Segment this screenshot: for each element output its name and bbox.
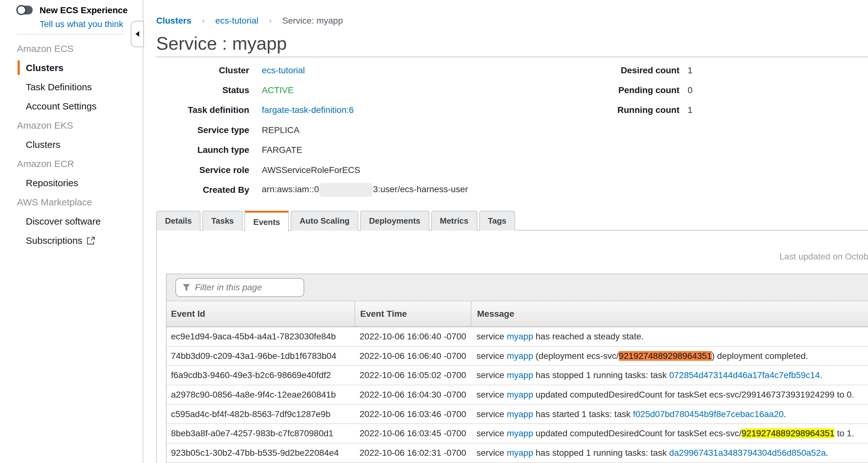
event-message-cell: service myapp has stopped 1 running task… [471,370,868,380]
sidebar-collapse-button[interactable] [131,21,144,47]
tab-deployments[interactable]: Deployments [360,211,429,231]
sidebar-item-account-settings[interactable]: Account Settings [0,96,143,116]
breadcrumb-item[interactable]: Clusters [156,16,191,26]
detail-row: StatusACTIVE [156,80,468,100]
detail-value[interactable]: ecs-tutorial [262,65,305,76]
table-row: 8beb3a8f-a0e7-4257-983b-c7fc870980d12022… [166,424,868,443]
events-table-body: ec9e1d94-9aca-45b4-a4a1-7823030fe84b2022… [166,327,868,463]
tab-label: Tasks [211,216,234,226]
external-link-icon [87,236,95,245]
detail-value[interactable]: fargate-task-definition:6 [262,105,354,115]
count-row: Pending count0 [591,80,693,100]
message-text: . [820,370,823,380]
inline-link[interactable]: 072854d473144d46a17fa4c7efb59c14 [669,370,820,380]
inline-link[interactable]: myapp [506,390,533,400]
event-id-cell: a2978c90-0856-4a8e-9f4c-12eae260841b [166,390,354,400]
inline-link[interactable]: myapp [506,409,533,419]
filter-band: Filter in this page [166,274,868,301]
inline-link[interactable]: da29967431a3483794304d56d850a52a [669,448,826,458]
message-text: service [476,351,506,361]
breadcrumb-item: Service: myapp [282,16,343,26]
detail-label: Cluster [156,65,249,76]
event-id-cell: c595ad4c-bf4f-482b-8563-7df9c1287e9b [166,409,354,419]
count-value: 1 [688,65,693,76]
detail-label: Created By [156,185,249,195]
sidebar-item-label: Repositories [26,178,78,189]
count-row: Desired count1 [591,60,693,80]
column-header-label: Event Time [360,309,407,319]
inline-link[interactable]: myapp [506,448,533,458]
event-time-cell: 2022-10-06 16:03:46 -0700 [354,409,471,419]
count-label: Pending count [591,85,679,95]
sidebar-item-discover-software[interactable]: Discover software [0,212,143,231]
sidebar-item-label: Discover software [26,216,100,227]
message-text: service [476,390,506,400]
service-details: Clusterecs-tutorialStatusACTIVETask defi… [156,60,468,200]
highlighted-text: 9219274889298964351 [619,351,712,361]
event-message-cell: service myapp updated computedDesiredCou… [471,428,868,438]
event-time-cell: 2022-10-06 16:05:02 -0700 [354,370,471,380]
message-text: has reached a steady state. [533,331,644,341]
tab-label: Auto Scaling [300,216,349,226]
message-text: service [476,331,506,341]
count-value: 0 [688,85,693,95]
event-message-cell: service myapp has started 1 tasks: task … [471,409,868,419]
sidebar-item-task-definitions[interactable]: Task Definitions [0,77,143,96]
sidebar-item-subscriptions[interactable]: Subscriptions [0,231,143,250]
event-id-cell: ec9e1d94-9aca-45b4-a4a1-7823030fe84b [166,331,354,342]
event-message-cell: service myapp has reached a steady state… [471,331,868,342]
inline-link[interactable]: f025d07bd780454b9f8e7cebac16aa20 [633,409,784,419]
column-header-message: Message [471,301,868,326]
message-text: ) deployment completed. [712,351,808,361]
feedback-link[interactable]: Tell us what you think [40,19,123,29]
message-text: service [476,370,506,380]
filter-input[interactable]: Filter in this page [175,278,304,297]
sidebar-item-label: Subscriptions [26,235,82,246]
inline-link[interactable]: myapp [506,331,533,341]
breadcrumb: Clusters›ecs-tutorial›Service: myapp [156,16,343,26]
event-time-cell: 2022-10-06 16:02:31 -0700 [354,448,471,458]
detail-value: ACTIVE [262,85,293,95]
tab-tasks[interactable]: Tasks [203,211,243,231]
toggle-knob [16,5,26,15]
sidebar-item-label: Amazon EKS [17,120,73,131]
tab-tags[interactable]: Tags [479,211,516,231]
new-ecs-experience-toggle[interactable] [17,6,33,15]
tab-label: Deployments [369,216,420,226]
breadcrumb-separator: › [202,17,205,25]
sidebar: New ECS Experience Tell us what you thin… [0,0,143,463]
detail-label: Status [156,85,249,95]
service-counts: Desired count1Pending count0Running coun… [591,60,693,120]
table-row: f6a9cdb3-9460-49e3-b2c6-98669e40fdf22022… [166,366,868,385]
tab-auto-scaling[interactable]: Auto Scaling [291,211,358,231]
message-text: has stopped 1 running tasks: task [533,448,670,458]
detail-label: Task definition [156,105,249,115]
event-time-cell: 2022-10-06 16:04:30 -0700 [354,390,471,400]
breadcrumb-item[interactable]: ecs-tutorial [215,16,258,26]
tab-label: Tags [488,216,506,226]
table-row: a2978c90-0856-4a8e-9f4c-12eae260841b2022… [166,385,868,405]
event-id-cell: 923b05c1-30b2-47bb-b535-9d2be22084e4 [166,448,354,458]
inline-link[interactable]: myapp [506,351,533,361]
tab-events[interactable]: Events [245,211,289,231]
sidebar-section-header: Amazon EKS [0,116,143,135]
sidebar-item-label: AWS Marketplace [17,197,92,208]
sidebar-item-clusters[interactable]: Clusters [0,58,143,77]
tab-details[interactable]: Details [156,211,200,231]
inline-link[interactable]: myapp [506,428,533,438]
sidebar-divider [17,34,124,35]
count-label: Desired count [591,65,679,76]
event-time-cell: 2022-10-06 16:03:45 -0700 [354,428,471,438]
message-text: has started 1 tasks: task [533,409,633,419]
sidebar-item-repositories[interactable]: Repositories [0,173,143,193]
breadcrumb-separator: › [269,17,272,25]
detail-label: Service type [156,125,249,135]
sidebar-item-clusters[interactable]: Clusters [0,135,143,154]
detail-label: Launch type [156,145,249,155]
sidebar-item-label: Task Definitions [26,82,92,92]
last-updated-text: Last updated on Octob [779,252,868,262]
count-row: Running count1 [591,100,693,120]
tab-metrics[interactable]: Metrics [431,211,477,231]
inline-link[interactable]: myapp [506,370,533,380]
event-id-cell: 74bb3d09-c209-43a1-96be-1db1f6783b04 [166,351,354,361]
